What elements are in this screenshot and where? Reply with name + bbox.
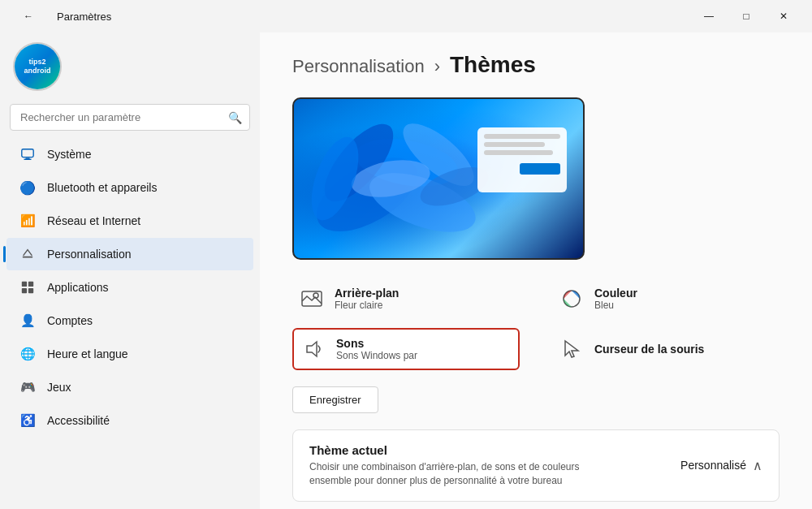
theme-section-desc: Choisir une combinaison d'arrière-plan, …	[309, 460, 618, 488]
personnalisation-icon	[19, 246, 36, 262]
arriere-plan-icon	[299, 286, 325, 312]
close-button[interactable]: ✕	[765, 3, 802, 29]
page-title: Thèmes	[450, 52, 536, 78]
personnalisation-label: Personnalisation	[47, 248, 132, 261]
search-icon: 🔍	[228, 111, 242, 124]
svg-rect-3	[23, 257, 33, 258]
svg-marker-20	[565, 341, 578, 357]
search-input[interactable]	[10, 104, 250, 131]
svg-rect-6	[22, 288, 27, 293]
options-grid: Arrière-plan Fleur claire Couleur Bleu	[292, 279, 780, 370]
theme-preview-image	[292, 97, 585, 260]
search-box: 🔍	[10, 104, 250, 131]
bluetooth-icon: 🔵	[19, 179, 36, 196]
arriere-plan-title: Arrière-plan	[335, 287, 399, 300]
svg-rect-7	[28, 288, 33, 293]
sidebar-item-accessibilite[interactable]: ♿ Accessibilité	[6, 404, 253, 437]
couleur-icon	[559, 286, 585, 312]
sons-title: Sons	[336, 337, 417, 350]
heure-label: Heure et langue	[47, 347, 128, 360]
theme-value: Personnalisé	[680, 459, 746, 472]
theme-section-right: Personnalisé ∧	[680, 458, 762, 473]
comptes-icon: 👤	[19, 313, 36, 329]
bluetooth-label: Bluetooth et appareils	[47, 181, 157, 194]
sidebar-nav: Système 🔵 Bluetooth et appareils 📶 Résea…	[0, 137, 260, 438]
accessibilite-label: Accessibilité	[47, 414, 110, 427]
option-arriere-plan[interactable]: Arrière-plan Fleur claire	[292, 279, 520, 318]
sidebar-item-systeme[interactable]: Système	[6, 138, 253, 170]
sidebar-item-reseau[interactable]: 📶 Réseau et Internet	[6, 205, 253, 237]
svg-marker-19	[307, 342, 317, 356]
option-couleur[interactable]: Couleur Bleu	[552, 279, 780, 318]
jeux-icon: 🎮	[19, 379, 36, 395]
svg-rect-4	[22, 282, 27, 287]
preview-window-button	[520, 163, 560, 175]
couleur-title: Couleur	[594, 287, 637, 300]
reseau-icon: 📶	[19, 213, 36, 229]
applications-icon	[19, 279, 36, 295]
sidebar-item-jeux[interactable]: 🎮 Jeux	[6, 371, 253, 403]
option-sons[interactable]: Sons Sons Windows par	[292, 328, 520, 370]
systeme-label: Système	[47, 148, 91, 161]
avatar-image: tips2android	[15, 44, 60, 89]
preview-line-2	[484, 142, 545, 147]
preview-line-1	[484, 134, 560, 139]
app-body: tips2android 🔍 Système 🔵	[0, 32, 812, 509]
theme-section-title: Thème actuel	[309, 443, 680, 457]
systeme-icon	[19, 146, 36, 162]
back-button[interactable]: ←	[10, 3, 47, 29]
sidebar-item-heure[interactable]: 🌐 Heure et langue	[6, 338, 253, 370]
curseur-text: Curseur de la souris	[594, 343, 704, 356]
couleur-sub: Bleu	[594, 300, 637, 311]
app-title: Paramètres	[57, 11, 111, 23]
preview-line-3	[484, 150, 553, 155]
curseur-icon	[559, 336, 585, 362]
svg-rect-5	[28, 282, 33, 287]
chevron-up-icon: ∧	[753, 458, 762, 473]
breadcrumb-chevron: ›	[434, 56, 440, 77]
maximize-button[interactable]: □	[728, 3, 765, 29]
theme-section-left: Thème actuel Choisir une combinaison d'a…	[309, 443, 680, 488]
breadcrumb-parent: Personnalisation	[292, 56, 425, 77]
sons-icon	[300, 336, 326, 362]
jeux-label: Jeux	[47, 381, 71, 394]
avatar: tips2android	[13, 42, 62, 91]
sidebar-item-comptes[interactable]: 👤 Comptes	[6, 304, 253, 337]
arriere-plan-text: Arrière-plan Fleur claire	[335, 287, 399, 311]
sidebar: tips2android 🔍 Système 🔵	[0, 32, 260, 509]
reseau-label: Réseau et Internet	[47, 214, 140, 227]
sidebar-item-bluetooth[interactable]: 🔵 Bluetooth et appareils	[6, 171, 253, 204]
arriere-plan-sub: Fleur claire	[335, 300, 399, 311]
svg-rect-0	[22, 149, 33, 157]
comptes-label: Comptes	[47, 314, 93, 327]
sons-text: Sons Sons Windows par	[336, 337, 417, 361]
sidebar-item-personnalisation[interactable]: Personnalisation	[6, 238, 253, 270]
theme-preview-window	[477, 127, 567, 192]
applications-label: Applications	[47, 281, 109, 294]
avatar-area: tips2android	[0, 32, 260, 104]
title-bar: ← Paramètres — □ ✕	[0, 0, 812, 32]
minimize-button[interactable]: —	[690, 3, 728, 29]
accessibilite-icon: ♿	[19, 412, 36, 429]
main-content: Personnalisation › Thèmes	[260, 32, 812, 509]
option-curseur[interactable]: Curseur de la souris	[552, 328, 780, 370]
theme-section[interactable]: Thème actuel Choisir une combinaison d'a…	[292, 429, 780, 502]
window-controls: — □ ✕	[690, 3, 802, 29]
sons-sub: Sons Windows par	[336, 350, 417, 361]
sidebar-item-applications[interactable]: Applications	[6, 271, 253, 304]
save-button[interactable]: Enregistrer	[292, 386, 378, 413]
couleur-text: Couleur Bleu	[594, 287, 637, 311]
curseur-title: Curseur de la souris	[594, 343, 704, 356]
page-header: Personnalisation › Thèmes	[292, 52, 780, 78]
heure-icon: 🌐	[19, 346, 36, 362]
